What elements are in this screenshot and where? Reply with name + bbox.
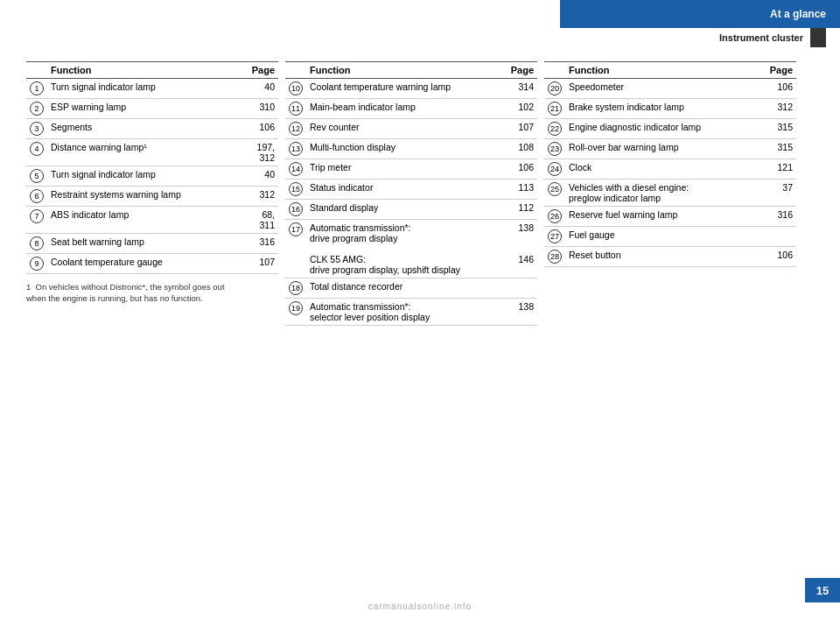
circle-number: 2	[30, 102, 44, 116]
circle-number: 9	[30, 257, 44, 271]
row-number: 11	[285, 99, 306, 119]
row-number: 1	[26, 79, 47, 99]
row-page: 40	[243, 166, 278, 187]
circle-number: 5	[30, 169, 44, 183]
table-row: 20Speedometer106	[544, 79, 796, 99]
row-number: 17	[285, 220, 306, 278]
row-number: 26	[544, 207, 565, 227]
table-row: 14Trip meter106	[285, 159, 537, 180]
row-number: 21	[544, 99, 565, 119]
row-number: 15	[285, 180, 306, 200]
footnote-1: 1 On vehicles without Distronic*, the sy…	[26, 281, 236, 305]
row-function: Clock	[565, 159, 761, 180]
row-function: Vehicles with a diesel engine: preglow i…	[565, 180, 761, 207]
row-page: 106	[761, 247, 796, 267]
table-row: 8Seat belt warning lamp316	[26, 234, 278, 254]
row-page: 108	[502, 139, 537, 159]
col-page-2: Page	[502, 62, 537, 79]
circle-number: 15	[289, 182, 303, 196]
row-number: 28	[544, 247, 565, 267]
row-number: 24	[544, 159, 565, 180]
row-number: 9	[26, 254, 47, 274]
row-function: Turn signal indicator lamp	[47, 166, 243, 187]
row-page: 315	[761, 139, 796, 159]
row-number: 16	[285, 200, 306, 220]
table-column-3: Function Page 20Speedometer10621Brake sy…	[544, 61, 796, 567]
row-function: Turn signal indicator lamp	[47, 79, 243, 99]
circle-number: 21	[548, 102, 562, 116]
table-row: 12Rev counter107	[285, 119, 537, 139]
col-function-1: Function	[47, 62, 243, 79]
table-row: 25Vehicles with a diesel engine: preglow…	[544, 180, 796, 207]
col-function-3: Function	[565, 62, 761, 79]
row-page: 106	[761, 79, 796, 99]
row-number: 18	[285, 278, 306, 299]
table-row: 10Coolant temperature warning lamp314	[285, 79, 537, 99]
header-bar: At a glance	[560, 0, 840, 28]
row-number: 20	[544, 79, 565, 99]
circle-number: 27	[548, 229, 562, 243]
table-row: 11Main-beam indicator lamp102	[285, 99, 537, 119]
circle-number: 10	[289, 81, 303, 95]
row-function: Rev counter	[306, 119, 502, 139]
table-row: 16Standard display112	[285, 200, 537, 220]
table-row: 26Reserve fuel warning lamp316	[544, 207, 796, 227]
circle-number: 4	[30, 142, 44, 156]
circle-number: 17	[289, 222, 303, 236]
table-row: 21Brake system indicator lamp312	[544, 99, 796, 119]
row-function: Trip meter	[306, 159, 502, 180]
row-page: 68, 311	[243, 207, 278, 234]
row-page: 314	[502, 79, 537, 99]
col-page-1: Page	[243, 62, 278, 79]
circle-number: 11	[289, 102, 303, 116]
table-row: 3Segments106	[26, 119, 278, 139]
row-page	[761, 227, 796, 247]
col-num-1	[26, 62, 47, 79]
table-row: 7ABS indicator lamp68, 311	[26, 207, 278, 234]
row-function: Brake system indicator lamp	[565, 99, 761, 119]
circle-number: 23	[548, 142, 562, 156]
col-num-3	[544, 62, 565, 79]
watermark: carmanualsonline.info	[368, 602, 472, 611]
row-function: Fuel gauge	[565, 227, 761, 247]
row-page: 310	[243, 99, 278, 119]
row-page: 102	[502, 99, 537, 119]
circle-number: 28	[548, 250, 562, 264]
row-page: 138 146	[502, 220, 537, 278]
row-function: Coolant temperature gauge	[47, 254, 243, 274]
row-number: 7	[26, 207, 47, 234]
section-bar	[810, 28, 826, 47]
table-row: 19Automatic transmission*: selector leve…	[285, 299, 537, 326]
col-page-3: Page	[761, 62, 796, 79]
row-function: Multi-function display	[306, 139, 502, 159]
row-page: 138	[502, 299, 537, 326]
section-label: Instrument cluster	[719, 32, 803, 43]
circle-number: 25	[548, 182, 562, 196]
row-function: Main-beam indicator lamp	[306, 99, 502, 119]
row-page: 316	[243, 234, 278, 254]
table-row: 13Multi-function display108	[285, 139, 537, 159]
row-number: 8	[26, 234, 47, 254]
row-function: Distance warning lamp¹	[47, 139, 243, 166]
row-page: 312	[761, 99, 796, 119]
table-row: 28Reset button106	[544, 247, 796, 267]
row-function: Seat belt warning lamp	[47, 234, 243, 254]
row-function: Segments	[47, 119, 243, 139]
row-page: 112	[502, 200, 537, 220]
row-number: 10	[285, 79, 306, 99]
table-1: Function Page 1Turn signal indicator lam…	[26, 61, 278, 274]
table-row: 22Engine diagnostic indicator lamp315	[544, 119, 796, 139]
row-number: 4	[26, 139, 47, 166]
circle-number: 6	[30, 189, 44, 203]
header-title: At a glance	[770, 8, 826, 20]
table-row: 24Clock121	[544, 159, 796, 180]
row-page: 37	[761, 180, 796, 207]
circle-number: 3	[30, 122, 44, 136]
circle-number: 24	[548, 162, 562, 176]
row-page: 121	[761, 159, 796, 180]
row-function: Restraint systems warning lamp	[47, 187, 243, 207]
row-page: 113	[502, 180, 537, 200]
table-row: 23Roll-over bar warning lamp315	[544, 139, 796, 159]
row-page: 315	[761, 119, 796, 139]
table-row: 18Total distance recorder	[285, 278, 537, 299]
